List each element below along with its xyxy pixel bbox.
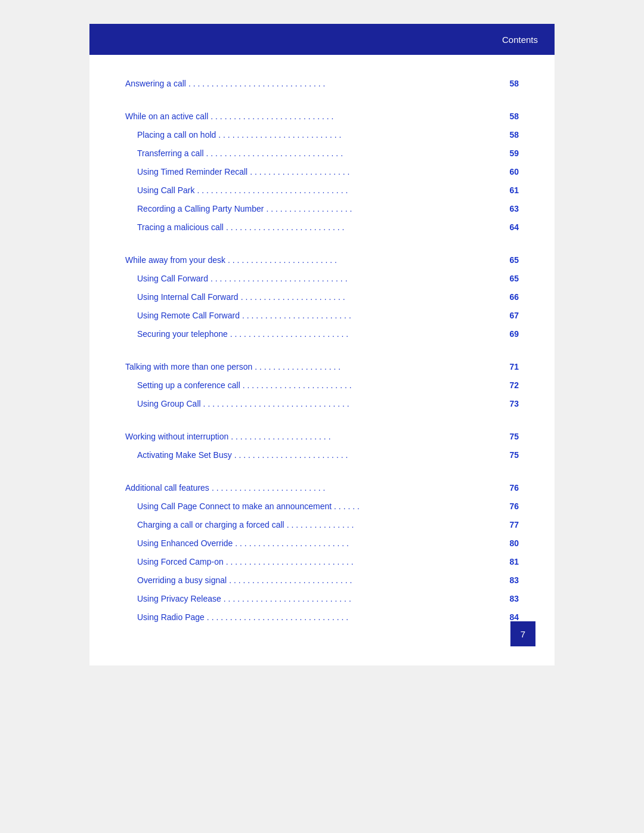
toc-dots: . . . . . . . . . . . . . . . . . . . . … <box>241 291 502 304</box>
toc-entry[interactable]: Answering a call . . . . . . . . . . . .… <box>125 78 519 90</box>
toc-dots: . . . . . . . . . . . . . . . . . . . . … <box>234 449 502 462</box>
toc-entry[interactable]: Setting up a conference call . . . . . .… <box>125 379 519 392</box>
toc-page-number: 75 <box>504 449 519 462</box>
toc-label: Setting up a conference call <box>137 379 240 392</box>
toc-label: Using Remote Call Forward <box>137 309 240 322</box>
toc-dots: . . . . . . . . . . . . . . . . . . . . … <box>230 328 502 340</box>
toc-label: Additional call features <box>125 482 209 494</box>
toc-label: Using Forced Camp-on <box>137 556 224 568</box>
toc-page-number: 83 <box>504 574 519 587</box>
page-number: 7 <box>521 629 525 639</box>
toc-entry[interactable]: Using Call Park . . . . . . . . . . . . … <box>125 184 519 197</box>
toc-entry[interactable]: Securing your telephone . . . . . . . . … <box>125 328 519 340</box>
toc-page-number: 66 <box>504 291 519 304</box>
toc-entry[interactable]: Using Enhanced Override . . . . . . . . … <box>125 537 519 550</box>
toc-page-number: 63 <box>504 203 519 215</box>
toc-dots: . . . . . . . . . . . . . . . . . . . . … <box>235 537 502 550</box>
toc-dots: . . . . . . . . . . . . . . . . . . . . … <box>203 398 502 410</box>
toc-entry[interactable]: Using Group Call . . . . . . . . . . . .… <box>125 398 519 410</box>
toc-dots: . . . . . . . . . . . . . . . <box>287 519 502 531</box>
toc-entry[interactable]: Recording a Calling Party Number . . . .… <box>125 203 519 215</box>
toc-entry[interactable]: Using Call Page Connect to make an annou… <box>125 500 519 513</box>
toc-label: While away from your desk <box>125 254 225 267</box>
toc-dots: . . . . . . . . . . . . . . . . . . . . … <box>228 254 502 267</box>
toc-entry[interactable]: Using Internal Call Forward . . . . . . … <box>125 291 519 304</box>
toc-dots: . . . . . . . . . . . . . . . . . . . . … <box>242 309 502 322</box>
toc-dots: . . . . . . . . . . . . . . . . . . . . … <box>188 78 502 90</box>
toc-label: Placing a call on hold <box>137 129 216 141</box>
toc-spacer <box>125 467 519 476</box>
toc-page-number: 77 <box>504 519 519 531</box>
toc-label: Talking with more than one person <box>125 361 252 373</box>
toc-entry[interactable]: While on an active call . . . . . . . . … <box>125 110 519 123</box>
toc-dots: . . . . . . . . . . . . . . . . . . . . … <box>206 147 502 160</box>
toc-dots: . . . . . . . . . . . . . . . . . . . . … <box>197 184 502 197</box>
toc-page-number: 76 <box>504 482 519 494</box>
toc-entry[interactable]: Charging a call or charging a forced cal… <box>125 519 519 531</box>
header-title: Contents <box>502 35 538 45</box>
toc-page-number: 58 <box>504 129 519 141</box>
toc-page-number: 81 <box>504 556 519 568</box>
content: Answering a call . . . . . . . . . . . .… <box>89 55 555 665</box>
toc-dots: . . . . . . <box>334 500 502 513</box>
toc-label: Using Timed Reminder Recall <box>137 166 247 178</box>
toc-dots: . . . . . . . . . . . . . . . . . . . . … <box>229 574 502 587</box>
toc-page-number: 72 <box>504 379 519 392</box>
toc-label: Charging a call or charging a forced cal… <box>137 519 284 531</box>
toc-dots: . . . . . . . . . . . . . . . . . . . . … <box>231 431 502 443</box>
toc-dots: . . . . . . . . . . . . . . . . . . . . … <box>212 482 502 494</box>
toc-entry[interactable]: Using Forced Camp-on . . . . . . . . . .… <box>125 556 519 568</box>
toc-entry[interactable]: Working without interruption . . . . . .… <box>125 431 519 443</box>
toc-page-number: 80 <box>504 537 519 550</box>
toc-page-number: 71 <box>504 361 519 373</box>
toc-label: Using Internal Call Forward <box>137 291 239 304</box>
toc-label: Answering a call <box>125 78 186 90</box>
toc-label: While on an active call <box>125 110 208 123</box>
toc-entry[interactable]: Using Timed Reminder Recall . . . . . . … <box>125 166 519 178</box>
toc-page-number: 83 <box>504 593 519 605</box>
toc-page-number: 64 <box>504 221 519 234</box>
header-bar: Contents <box>89 24 555 55</box>
toc-page-number: 65 <box>504 254 519 267</box>
toc-label: Using Enhanced Override <box>137 537 233 550</box>
toc-dots: . . . . . . . . . . . . . . . . . . . . … <box>243 379 502 392</box>
toc-entry[interactable]: Placing a call on hold . . . . . . . . .… <box>125 129 519 141</box>
toc-entry[interactable]: Tracing a malicious call . . . . . . . .… <box>125 221 519 234</box>
toc-entry[interactable]: Using Call Forward . . . . . . . . . . .… <box>125 272 519 285</box>
toc-entry[interactable]: Using Privacy Release . . . . . . . . . … <box>125 593 519 605</box>
toc-label: Tracing a malicious call <box>137 221 224 234</box>
toc-dots: . . . . . . . . . . . . . . . . . . . . … <box>218 129 502 141</box>
toc-page-number: 69 <box>504 328 519 340</box>
toc-dots: . . . . . . . . . . . . . . . . . . . . … <box>250 166 502 178</box>
toc-entry[interactable]: Using Remote Call Forward . . . . . . . … <box>125 309 519 322</box>
toc-dots: . . . . . . . . . . . . . . . . . . . . … <box>207 611 502 624</box>
toc-page-number: 61 <box>504 184 519 197</box>
toc-page-number: 75 <box>504 431 519 443</box>
toc-label: Overriding a busy signal <box>137 574 227 587</box>
toc-label: Transferring a call <box>137 147 204 160</box>
toc-label: Using Call Page Connect to make an annou… <box>137 500 332 513</box>
toc-dots: . . . . . . . . . . . . . . . . . . . . … <box>226 221 502 234</box>
toc-entry[interactable]: Additional call features . . . . . . . .… <box>125 482 519 494</box>
toc-spacer <box>125 96 519 104</box>
toc-dots: . . . . . . . . . . . . . . . . . . . . … <box>224 593 502 605</box>
toc-entry[interactable]: Using Radio Page . . . . . . . . . . . .… <box>125 611 519 624</box>
toc-label: Activating Make Set Busy <box>137 449 232 462</box>
toc-entry[interactable]: While away from your desk . . . . . . . … <box>125 254 519 267</box>
toc-dots: . . . . . . . . . . . . . . . . . . . <box>266 203 502 215</box>
toc-label: Using Call Park <box>137 184 194 197</box>
toc-entry[interactable]: Transferring a call . . . . . . . . . . … <box>125 147 519 160</box>
toc-page-number: 76 <box>504 500 519 513</box>
toc-label: Recording a Calling Party Number <box>137 203 264 215</box>
toc-spacer <box>125 240 519 248</box>
toc-entry[interactable]: Overriding a busy signal . . . . . . . .… <box>125 574 519 587</box>
toc-dots: . . . . . . . . . . . . . . . . . . . . … <box>210 272 502 285</box>
toc-label: Using Group Call <box>137 398 201 410</box>
toc-page-number: 58 <box>504 110 519 123</box>
toc-entry[interactable]: Talking with more than one person . . . … <box>125 361 519 373</box>
toc-entry[interactable]: Activating Make Set Busy . . . . . . . .… <box>125 449 519 462</box>
toc-page-number: 65 <box>504 272 519 285</box>
toc-page-number: 59 <box>504 147 519 160</box>
toc-spacer <box>125 416 519 425</box>
toc-label: Using Call Forward <box>137 272 208 285</box>
